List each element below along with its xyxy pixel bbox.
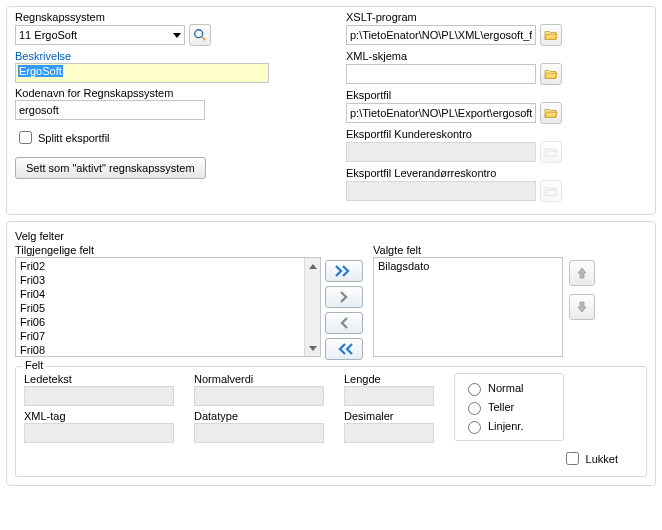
lengde-input	[344, 386, 434, 406]
available-listbox[interactable]: Fri02Fri03Fri04Fri05Fri06Fri07Fri08	[15, 257, 321, 357]
tilgjengelige-label: Tilgjengelige felt	[15, 244, 321, 256]
list-item[interactable]: Fri05	[16, 301, 320, 315]
xmltag-label: XML-tag	[24, 410, 174, 422]
eksport-kunde-browse-button	[540, 141, 562, 163]
lukket-checkbox-wrap[interactable]: Lukket	[562, 449, 618, 468]
desimaler-label: Desimaler	[344, 410, 434, 422]
kodenavn-input[interactable]	[15, 100, 205, 120]
radio-teller-input[interactable]	[468, 402, 481, 415]
xmlskjema-label: XML-skjema	[346, 50, 647, 62]
desimaler-input	[344, 423, 434, 443]
triangle-down-icon	[309, 346, 317, 351]
eksportfil-browse-button[interactable]	[540, 102, 562, 124]
scroll-down-button[interactable]	[305, 340, 320, 356]
valgte-label: Valgte felt	[373, 244, 563, 256]
list-item[interactable]: Fri04	[16, 287, 320, 301]
list-item[interactable]: Fri03	[16, 273, 320, 287]
normalverdi-label: Normalverdi	[194, 373, 324, 385]
eksport-lev-label: Eksportfil Leverandørreskontro	[346, 167, 647, 179]
svg-line-1	[202, 37, 206, 41]
eksport-kunde-input	[346, 142, 536, 162]
move-down-button[interactable]	[569, 294, 595, 320]
list-item[interactable]: Bilagsdato	[374, 259, 562, 273]
velg-felter-title: Velg felter	[15, 230, 647, 242]
chevron-right-icon	[338, 291, 350, 303]
move-up-button[interactable]	[569, 260, 595, 286]
chevron-left-icon	[338, 317, 350, 329]
folder-open-icon	[544, 107, 558, 119]
xslt-label: XSLT-program	[346, 11, 647, 23]
xslt-input[interactable]	[346, 25, 536, 45]
xslt-browse-button[interactable]	[540, 24, 562, 46]
xmlskjema-browse-button[interactable]	[540, 63, 562, 85]
double-chevron-right-icon	[335, 265, 353, 277]
list-item[interactable]: Fri02	[16, 259, 320, 273]
radio-linjenr[interactable]: Linjenr.	[463, 418, 555, 434]
beskrivelse-label: Beskrivelse	[15, 50, 316, 62]
regnskapssystem-value: 11 ErgoSoft	[19, 29, 77, 41]
triangle-up-icon	[309, 264, 317, 269]
datatype-label: Datatype	[194, 410, 324, 422]
ledetekst-label: Ledetekst	[24, 373, 174, 385]
add-all-button[interactable]	[325, 260, 363, 282]
search-button[interactable]	[189, 24, 211, 46]
chevron-down-icon	[173, 33, 181, 38]
folder-open-icon	[544, 146, 558, 158]
eksportfil-label: Eksportfil	[346, 89, 647, 101]
eksport-kunde-label: Eksportfil Kundereskontro	[346, 128, 647, 140]
arrow-down-icon	[575, 300, 589, 314]
ledetekst-input	[24, 386, 174, 406]
right-column: XSLT-program XML-skjema	[346, 11, 647, 206]
select-fields-panel: Velg felter Tilgjengelige felt Fri02Fri0…	[6, 221, 656, 486]
splitt-label: Splitt eksportfil	[38, 132, 110, 144]
regnskapssystem-label: Regnskapssystem	[15, 11, 316, 23]
kodenavn-label: Kodenavn for Regnskapssystem	[15, 87, 316, 99]
add-button[interactable]	[325, 286, 363, 308]
normalverdi-input	[194, 386, 324, 406]
remove-all-button[interactable]	[325, 338, 363, 360]
radio-linjenr-input[interactable]	[468, 421, 481, 434]
list-item[interactable]: Fri06	[16, 315, 320, 329]
radio-teller[interactable]: Teller	[463, 399, 555, 415]
svg-point-0	[195, 30, 203, 38]
selected-listbox[interactable]: Bilagsdato	[373, 257, 563, 357]
type-radio-group: Normal Teller Linjenr.	[454, 373, 564, 441]
beskrivelse-input[interactable]: ErgoSoft	[15, 63, 269, 83]
eksportfil-input[interactable]	[346, 103, 536, 123]
eksport-lev-browse-button	[540, 180, 562, 202]
set-active-button[interactable]: Sett som "aktivt" regnskapssystem	[15, 157, 206, 179]
double-chevron-left-icon	[335, 343, 353, 355]
regnskapssystem-combo[interactable]: 11 ErgoSoft	[15, 25, 185, 45]
scrollbar[interactable]	[304, 258, 320, 356]
radio-normal[interactable]: Normal	[463, 380, 555, 396]
magnifier-icon	[193, 28, 207, 42]
datatype-input	[194, 423, 324, 443]
beskrivelse-value: ErgoSoft	[18, 65, 63, 77]
folder-open-icon	[544, 185, 558, 197]
arrow-up-icon	[575, 266, 589, 280]
list-item[interactable]: Fri07	[16, 329, 320, 343]
xmltag-input	[24, 423, 174, 443]
felt-fieldset: Felt Ledetekst Normalverdi Lengde Normal…	[15, 366, 647, 477]
radio-normal-input[interactable]	[468, 383, 481, 396]
felt-legend: Felt	[22, 359, 46, 371]
folder-open-icon	[544, 29, 558, 41]
folder-open-icon	[544, 68, 558, 80]
scroll-up-button[interactable]	[305, 258, 320, 274]
xmlskjema-input[interactable]	[346, 64, 536, 84]
splitt-checkbox[interactable]	[19, 131, 32, 144]
remove-button[interactable]	[325, 312, 363, 334]
lengde-label: Lengde	[344, 373, 434, 385]
system-panel: Regnskapssystem 11 ErgoSoft Beskri	[6, 6, 656, 215]
left-column: Regnskapssystem 11 ErgoSoft Beskri	[15, 11, 316, 206]
list-item[interactable]: Fri08	[16, 343, 320, 357]
eksport-lev-input	[346, 181, 536, 201]
lukket-checkbox[interactable]	[566, 452, 579, 465]
